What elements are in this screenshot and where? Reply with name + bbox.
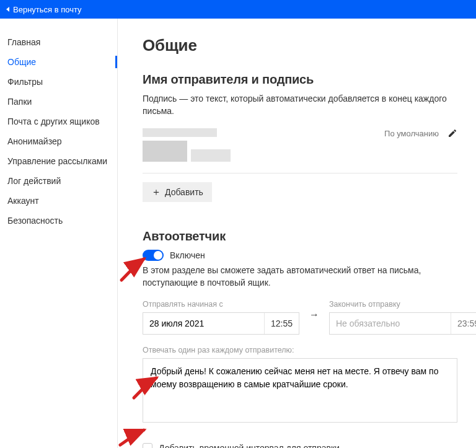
settings-sidebar: Главная Общие Фильтры Папки Почта с друг… [0, 19, 118, 448]
autoresponder-message-input[interactable] [143, 358, 457, 423]
autoresponder-section: Автоответчик Включен В этом разделе вы с… [143, 229, 457, 448]
signature-default-label: По умолчанию [384, 129, 439, 138]
autoresponder-enabled-label: Включен [170, 250, 205, 260]
start-date-group [143, 312, 299, 335]
end-date-input[interactable] [330, 313, 451, 334]
back-to-mail-link[interactable]: Вернуться в почту [6, 5, 82, 14]
sidebar-item-anonymizer[interactable]: Анонимайзер [0, 131, 117, 151]
plus-icon: ＋ [151, 187, 161, 197]
interval-checkbox-label: Добавить временной интервал для отправки [159, 443, 340, 448]
signature-section-desc: Подпись — это текст, который автоматичес… [143, 93, 457, 117]
signature-preview-block [143, 141, 187, 162]
autoresponder-toggle[interactable] [143, 250, 164, 261]
sidebar-item-filters[interactable]: Фильтры [0, 72, 117, 92]
sidebar-item-external-mail[interactable]: Почта с других ящиков [0, 112, 117, 131]
signature-section: Имя отправителя и подпись Подпись — это … [143, 72, 457, 202]
signature-preview-line [191, 149, 231, 162]
start-time-input[interactable] [264, 313, 299, 334]
autoresponder-toggle-row: Включен [143, 250, 457, 261]
add-signature-label: Добавить [165, 187, 203, 197]
sidebar-item-action-log[interactable]: Лог действий [0, 171, 117, 191]
pencil-icon[interactable] [447, 128, 457, 138]
signature-preview-line [143, 128, 217, 137]
autoresponder-title: Автоответчик [143, 229, 457, 244]
topbar: Вернуться в почту [0, 0, 476, 19]
signature-meta: По умолчанию [384, 128, 457, 138]
signature-section-title: Имя отправителя и подпись [143, 72, 457, 87]
add-signature-button[interactable]: ＋ Добавить [143, 182, 212, 202]
autoresponder-end-col: Закончить отправку [329, 300, 476, 335]
autoresponder-message-block: Отвечать один раз каждому отправителю: [143, 346, 457, 441]
end-date-group [329, 312, 476, 335]
sidebar-item-folders[interactable]: Папки [0, 92, 117, 112]
end-date-label: Закончить отправку [329, 300, 476, 309]
autoresponder-desc: В этом разделе вы сможете задать автомат… [143, 265, 457, 289]
sidebar-item-account[interactable]: Аккаунт [0, 191, 117, 211]
sidebar-item-security[interactable]: Безопасность [0, 211, 117, 231]
autoresponder-date-row: Отправлять начиная с → Закончить отправк… [143, 300, 457, 335]
sidebar-item-mailing-mgmt[interactable]: Управление рассылками [0, 151, 117, 171]
start-date-input[interactable] [143, 313, 264, 334]
arrow-right-icon: → [308, 309, 320, 325]
back-to-mail-label: Вернуться в почту [13, 5, 82, 14]
autoresponder-start-col: Отправлять начиная с [143, 300, 299, 335]
chevron-left-icon [6, 7, 9, 12]
interval-checkbox[interactable] [143, 443, 152, 448]
interval-checkbox-row: Добавить временной интервал для отправки [143, 443, 457, 448]
message-label: Отвечать один раз каждому отправителю: [143, 346, 457, 354]
signature-preview [143, 128, 231, 162]
signature-card: По умолчанию [143, 128, 457, 173]
sidebar-item-home[interactable]: Главная [0, 32, 117, 52]
sidebar-item-general[interactable]: Общие [0, 52, 117, 72]
toggle-knob [154, 251, 162, 260]
start-date-label: Отправлять начиная с [143, 300, 299, 309]
end-time-input[interactable] [451, 313, 476, 334]
page-title: Общие [143, 36, 457, 55]
settings-main: Общие Имя отправителя и подпись Подпись … [118, 19, 476, 448]
